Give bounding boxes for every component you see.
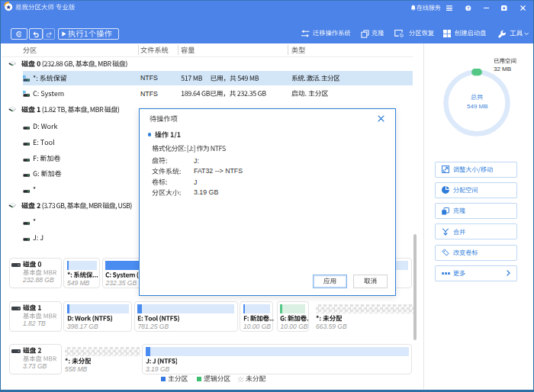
- svg-text:?: ?: [467, 5, 469, 10]
